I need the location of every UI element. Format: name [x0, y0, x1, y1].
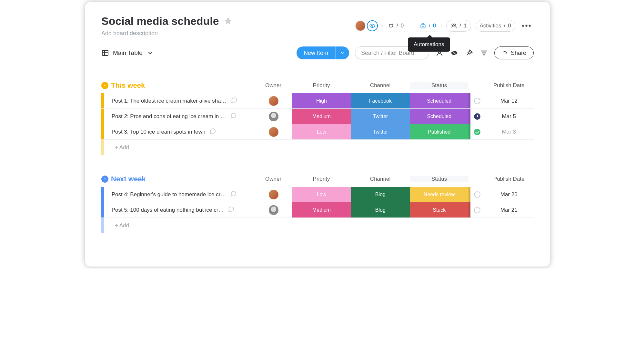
chat-icon[interactable]	[230, 190, 237, 199]
done-check[interactable]	[470, 113, 484, 120]
col-status[interactable]: Status	[410, 176, 469, 182]
svg-rect-1	[421, 25, 425, 28]
channel-cell[interactable]: Twitter	[351, 109, 410, 124]
automations-button[interactable]: / 0	[414, 20, 442, 32]
priority-cell[interactable]: High	[292, 93, 351, 108]
col-channel[interactable]: Channel	[351, 82, 410, 89]
done-check[interactable]	[470, 191, 484, 198]
owner-cell[interactable]	[255, 205, 292, 215]
view-switcher[interactable]: Main Table	[101, 49, 154, 57]
avatar	[269, 96, 278, 106]
owner-cell[interactable]	[255, 96, 292, 106]
add-item-row[interactable]: + Add	[101, 140, 534, 155]
priority-cell[interactable]: Medium	[292, 202, 351, 217]
date-cell[interactable]: Mar 12	[484, 98, 534, 104]
integrations-button[interactable]: / 0	[382, 20, 409, 32]
chevron-down-icon[interactable]	[335, 46, 349, 59]
date-cell[interactable]: Mar 20	[484, 191, 534, 198]
date-cell[interactable]: Mar 3	[484, 129, 534, 135]
date-cell[interactable]: Mar 5	[484, 113, 534, 120]
status-cell[interactable]: Needs review	[410, 187, 469, 202]
automations-tooltip: Automations	[408, 37, 450, 52]
group-title[interactable]: Next week	[111, 175, 146, 183]
row-color-bar	[101, 187, 104, 202]
more-menu-icon[interactable]: •••	[520, 21, 534, 30]
svg-point-3	[423, 26, 424, 27]
new-item-button[interactable]: New Item	[297, 46, 349, 59]
board-description[interactable]: Add board description	[101, 30, 233, 37]
col-owner[interactable]: Owner	[255, 82, 292, 89]
chevron-down-icon	[146, 49, 154, 57]
col-status[interactable]: Status	[410, 82, 469, 89]
channel-cell[interactable]: Blog	[351, 202, 410, 217]
done-check[interactable]	[470, 129, 484, 135]
col-priority[interactable]: Priority	[292, 82, 351, 89]
groups-container: This weekOwnerPriorityChannelStatusPubli…	[101, 80, 534, 233]
table-icon	[101, 49, 109, 57]
owner-cell[interactable]	[255, 127, 292, 137]
chat-icon[interactable]	[230, 96, 237, 105]
avatar	[269, 112, 278, 121]
priority-cell[interactable]: Medium	[292, 109, 351, 124]
hide-icon[interactable]	[450, 48, 459, 57]
priority-cell[interactable]: Low	[292, 187, 351, 202]
activities-button[interactable]: Activities / 0	[476, 20, 515, 32]
status-cell[interactable]: Published	[410, 124, 469, 139]
robot-icon	[420, 23, 426, 29]
row-color-bar	[101, 93, 104, 108]
status-cell[interactable]: Scheduled	[410, 93, 469, 108]
pin-icon[interactable]	[465, 48, 474, 57]
col-channel[interactable]: Channel	[351, 176, 410, 182]
item-name-cell[interactable]: Post 1: The oldest ice cream maker alive…	[104, 96, 255, 105]
group-header: Next weekOwnerPriorityChannelStatusPubli…	[101, 173, 534, 185]
board-subscribers[interactable]	[355, 20, 378, 31]
group-title[interactable]: This week	[111, 81, 145, 90]
filter-icon[interactable]	[479, 48, 489, 57]
header: Social media schedule Add board descript…	[101, 15, 534, 37]
channel-cell[interactable]: Facebook	[351, 93, 410, 108]
item-name-cell[interactable]: Post 4: Beginner's guide to homemade ice…	[104, 190, 255, 199]
group-next_week: Next weekOwnerPriorityChannelStatusPubli…	[101, 173, 534, 233]
status-cell[interactable]: Scheduled	[410, 109, 469, 124]
col-priority[interactable]: Priority	[292, 176, 351, 182]
chat-icon[interactable]	[227, 206, 235, 214]
table-row[interactable]: Post 4: Beginner's guide to homemade ice…	[101, 187, 534, 202]
table-row[interactable]: Post 3: Top 10 ice cream spots in townLo…	[101, 124, 534, 140]
row-color-bar	[101, 202, 104, 217]
col-owner[interactable]: Owner	[255, 176, 292, 182]
table-row[interactable]: Post 1: The oldest ice cream maker alive…	[101, 93, 534, 109]
members-button[interactable]: / 1	[446, 20, 471, 32]
channel-cell[interactable]: Blog	[351, 187, 410, 202]
collapse-icon[interactable]	[101, 82, 108, 89]
svg-rect-6	[102, 50, 108, 56]
owner-cell[interactable]	[255, 112, 292, 121]
col-date[interactable]: Publish Date	[484, 82, 534, 89]
row-color-bar	[101, 109, 104, 124]
channel-cell[interactable]: Twitter	[351, 124, 410, 139]
priority-cell[interactable]: Low	[292, 124, 351, 139]
star-icon[interactable]	[224, 16, 233, 26]
date-cell[interactable]: Mar 21	[484, 207, 534, 213]
table-row[interactable]: Post 5: 100 days of eating nothing but i…	[101, 202, 534, 218]
svg-point-5	[454, 24, 456, 25]
status-cell[interactable]: Stuck	[410, 202, 469, 217]
col-date[interactable]: Publish Date	[484, 176, 534, 182]
item-name-cell[interactable]: Post 3: Top 10 ice cream spots in town	[104, 127, 255, 136]
row-color-bar	[101, 124, 104, 139]
share-button[interactable]: Share	[494, 46, 534, 59]
done-check[interactable]	[470, 98, 484, 104]
item-name-cell[interactable]: Post 5: 100 days of eating nothing but i…	[104, 206, 255, 214]
people-icon	[450, 23, 457, 29]
avatar	[269, 127, 278, 137]
chat-icon[interactable]	[230, 112, 237, 121]
chat-icon[interactable]	[209, 127, 216, 136]
owner-cell[interactable]	[255, 190, 292, 199]
table-row[interactable]: Post 2: Pros and cons of eating ice crea…	[101, 109, 534, 124]
done-check[interactable]	[470, 207, 484, 213]
collapse-icon[interactable]	[101, 176, 108, 183]
add-item-row[interactable]: + Add	[101, 218, 534, 233]
board-title[interactable]: Social media schedule	[101, 15, 219, 27]
avatar	[269, 205, 278, 215]
item-name-cell[interactable]: Post 2: Pros and cons of eating ice crea…	[104, 112, 255, 121]
plug-icon	[388, 23, 394, 29]
